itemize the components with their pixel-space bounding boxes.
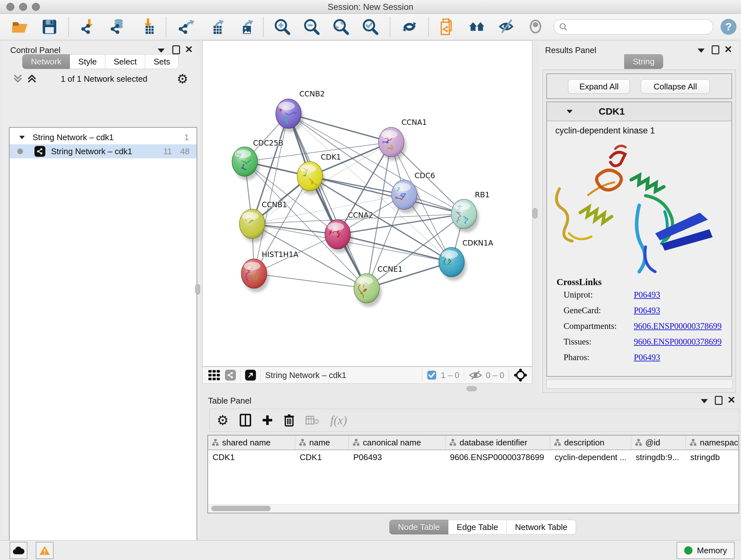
network-node-count: 11	[163, 146, 172, 157]
string-hide-glass-button[interactable]	[495, 16, 519, 38]
tab-edge-table[interactable]: Edge Table	[448, 520, 507, 535]
memory-button[interactable]: Memory	[677, 542, 735, 559]
control-panel-menu-icon[interactable]	[158, 49, 165, 53]
table-panel-float-icon[interactable]	[715, 396, 723, 405]
tree-collapse-icon[interactable]	[19, 136, 25, 139]
import-network-from-file-button[interactable]	[76, 16, 100, 38]
string-home-button[interactable]	[466, 16, 489, 38]
tab-network[interactable]: Network	[22, 54, 70, 69]
zoom-selected-button[interactable]	[359, 16, 383, 38]
column-header-name[interactable]: name	[295, 435, 349, 449]
column-header-@id[interactable]: @id	[631, 435, 686, 449]
column-header-description[interactable]: description	[550, 435, 631, 449]
node-CCNA1[interactable]	[379, 127, 406, 161]
string-import-button[interactable]	[436, 16, 460, 38]
results-scroll-strip[interactable]	[546, 379, 733, 389]
import-table-from-file-button[interactable]	[135, 16, 158, 38]
column-header-shared-name[interactable]: shared name	[208, 435, 295, 449]
export-network-button[interactable]	[174, 16, 197, 38]
zoom-fit-button[interactable]	[330, 16, 353, 38]
tab-sets[interactable]: Sets	[145, 54, 179, 69]
save-session-button[interactable]	[38, 16, 61, 38]
table-row[interactable]: CDK1CDK1P064939606.ENSP00000378699cyclin…	[208, 450, 738, 464]
crosslink-value[interactable]: P06493	[634, 306, 660, 315]
cloud-status-button[interactable]	[10, 542, 27, 559]
zoom-fit-icon	[332, 17, 351, 36]
node-CCNB2[interactable]	[276, 99, 304, 132]
edge-HIST1H1A-CCNE1[interactable]	[254, 273, 367, 288]
tab-style[interactable]: Style	[70, 54, 105, 69]
toolbar-separator	[263, 17, 264, 37]
table-panel-menu-icon[interactable]	[701, 399, 708, 403]
open-in-window-icon[interactable]	[245, 370, 256, 381]
gene-card-header[interactable]: CDK1	[547, 102, 731, 121]
node-RB1[interactable]	[451, 199, 479, 233]
warning-status-button[interactable]	[36, 542, 54, 559]
export-table-button[interactable]	[203, 16, 226, 38]
export-image-icon	[235, 17, 253, 36]
refresh-button[interactable]	[398, 16, 421, 38]
zoom-out-button[interactable]	[300, 16, 324, 38]
scrollbar-thumb[interactable]	[211, 506, 271, 511]
search-input[interactable]	[567, 22, 703, 32]
show-columns-icon[interactable]	[240, 414, 251, 427]
column-header-namespace[interactable]: namespace	[686, 435, 739, 449]
node-CDC25B[interactable]	[232, 147, 260, 180]
results-panel-menu-icon[interactable]	[697, 49, 704, 53]
results-panel-close-icon[interactable]	[725, 46, 731, 52]
add-column-icon[interactable]	[262, 415, 273, 426]
gene-card-collapse-icon[interactable]	[567, 110, 573, 113]
import-network-from-database-button[interactable]	[106, 16, 129, 38]
zoom-in-button[interactable]	[271, 16, 294, 38]
open-session-button[interactable]	[8, 16, 32, 38]
left-splitter-handle[interactable]	[195, 284, 200, 294]
network-graph[interactable]: CCNB2CCNA1CDC25BCDK1CDC6RB1CCNB1CCNA2CDK…	[203, 41, 532, 366]
network-canvas[interactable]: CCNB2CCNA1CDC25BCDK1CDC6RB1CCNB1CCNA2CDK…	[202, 40, 532, 367]
network-collection-row[interactable]: String Network – cdk1 1	[10, 130, 197, 144]
table-horizontal-scrollbar[interactable]	[208, 504, 738, 513]
table-panel-close-icon[interactable]	[728, 396, 735, 403]
collapse-all-button[interactable]: Collapse All	[641, 79, 710, 94]
right-splitter-handle[interactable]	[533, 208, 537, 219]
crosslink-value[interactable]: 9606.ENSP00000378699	[634, 337, 722, 347]
tab-string[interactable]: String	[624, 54, 663, 69]
tab-node-table[interactable]: Node Table	[389, 520, 448, 535]
crosslink-value[interactable]: P06493	[634, 290, 660, 300]
expand-all-icon[interactable]	[27, 73, 40, 85]
fit-selected-crosshair-icon[interactable]	[514, 368, 528, 382]
tab-network-table[interactable]: Network Table	[507, 520, 576, 535]
control-panel-close-icon[interactable]	[186, 46, 192, 52]
export-image-button[interactable]	[232, 16, 256, 38]
expand-all-button[interactable]: Expand All	[568, 79, 630, 94]
selected-checkbox-icon[interactable]	[427, 370, 437, 380]
node-CDC6[interactable]	[392, 180, 419, 213]
node-HIST1H1A[interactable]	[241, 259, 269, 292]
birds-eye-grid-icon[interactable]	[208, 369, 220, 381]
control-panel-float-icon[interactable]	[172, 45, 180, 54]
horizontal-splitter-handle[interactable]	[467, 386, 477, 391]
column-header-canonical-name[interactable]: canonical name	[349, 435, 446, 449]
crosslink-value[interactable]: 9606.ENSP00000378699	[634, 321, 722, 331]
column-header-database-identifier[interactable]: database identifier	[446, 435, 550, 449]
edge-CCNB2-CCNE1[interactable]	[288, 114, 367, 288]
node-CDKN1A[interactable]	[439, 247, 467, 281]
network-share-icon[interactable]	[225, 370, 236, 381]
node-CCNA2[interactable]	[325, 220, 353, 253]
node-CCNE1[interactable]	[354, 273, 382, 307]
tab-select[interactable]: Select	[105, 54, 145, 69]
help-button[interactable]: ?	[719, 16, 738, 38]
search-field[interactable]	[554, 19, 713, 35]
crosslink-value[interactable]: P06493	[634, 353, 660, 362]
network-options-gear-icon[interactable]: ⚙	[177, 71, 188, 86]
collapse-all-icon[interactable]	[13, 73, 25, 85]
table-type-tabs: Node TableEdge TableNetwork Table	[389, 520, 576, 535]
table-settings-gear-icon[interactable]: ⚙	[217, 413, 229, 428]
node-table: shared namenamecanonical namedatabase id…	[207, 435, 739, 513]
edge-CCNB2-HIST1H1A[interactable]	[254, 114, 288, 273]
results-panel-float-icon[interactable]	[712, 45, 719, 54]
network-row[interactable]: String Network – cdk1 11 48	[10, 144, 197, 159]
string-show-image-button[interactable]	[524, 16, 548, 38]
node-CDK1[interactable]	[297, 162, 325, 195]
delete-column-icon[interactable]	[284, 414, 294, 427]
edge-CCNA2-CDKN1A[interactable]	[338, 234, 452, 262]
